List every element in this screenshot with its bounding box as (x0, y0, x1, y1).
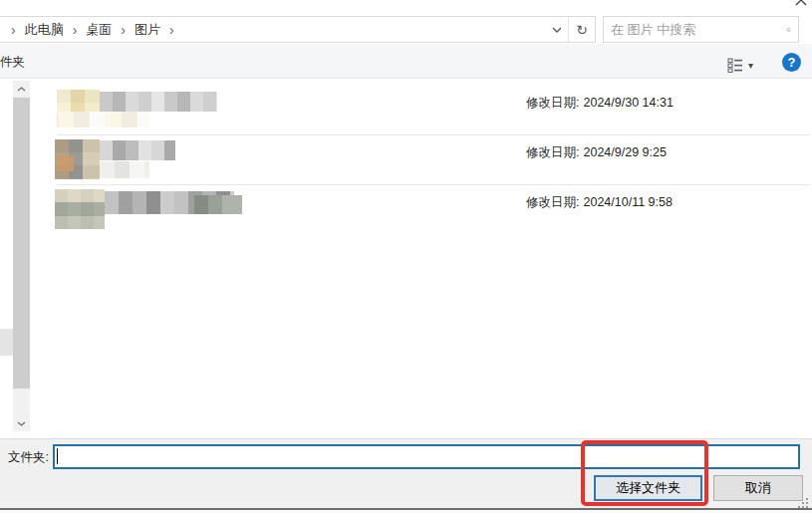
scroll-down-button[interactable] (13, 415, 30, 431)
text-caret (57, 448, 58, 464)
row-divider (57, 134, 810, 135)
view-mode-button[interactable]: ▾ (720, 53, 760, 77)
new-folder-button-partial[interactable]: 件夹 (0, 54, 25, 71)
cancel-button[interactable]: 取消 (713, 475, 803, 501)
question-mark-icon: ? (788, 55, 796, 70)
dialog-toolbar (0, 44, 812, 79)
modified-date: 修改日期:2024/10/11 9:58 (526, 194, 673, 211)
refresh-icon: ↻ (576, 22, 588, 38)
close-icon[interactable] (794, 0, 810, 9)
details-view-icon (727, 58, 743, 73)
search-box[interactable] (603, 16, 799, 43)
chevron-right-icon[interactable]: › (160, 23, 183, 37)
folder-thumbnail-censored[interactable] (55, 189, 105, 229)
search-icon[interactable] (786, 23, 791, 37)
breadcrumb-desktop[interactable]: 桌面 (86, 21, 112, 39)
vertical-scrollbar[interactable] (13, 81, 30, 431)
folder-name-censored (100, 161, 149, 178)
select-folder-button[interactable]: 选择文件夹 (594, 475, 702, 501)
folder-name-censored[interactable] (100, 140, 175, 160)
chevron-down-icon: ▾ (748, 60, 753, 71)
select-folder-dialog: › 此电脑 › 桌面 › 图片 › ↻ 件夹 (0, 0, 812, 513)
scrollbar-thumb[interactable] (13, 98, 30, 388)
folder-name-input[interactable] (53, 444, 800, 469)
chevron-down-icon (17, 421, 26, 426)
search-input[interactable] (611, 22, 786, 37)
folder-thumbnail-censored (57, 155, 74, 171)
address-bar[interactable]: › 此电脑 › 桌面 › 图片 › ↻ (0, 16, 596, 43)
breadcrumb-this-pc[interactable]: 此电脑 (25, 21, 64, 39)
file-list[interactable] (0, 79, 812, 437)
modified-date: 修改日期:2024/9/30 14:31 (526, 95, 674, 112)
chevron-right-icon[interactable]: › (64, 23, 87, 37)
folder-name-censored (58, 112, 149, 128)
nav-pane-fragment (0, 329, 13, 356)
folder-name-censored (194, 195, 242, 214)
folder-name-censored[interactable] (100, 92, 217, 112)
breadcrumb: › 此电脑 › 桌面 › 图片 › (0, 21, 183, 39)
modified-date: 修改日期:2024/9/29 9:25 (526, 144, 667, 161)
chevron-down-icon (552, 27, 562, 33)
scroll-up-button[interactable] (13, 81, 30, 97)
address-dropdown-button[interactable] (546, 17, 568, 42)
chevron-right-icon[interactable]: › (112, 23, 135, 37)
folder-name-label: 文件夹: (8, 449, 49, 466)
row-divider (57, 184, 810, 185)
refresh-button[interactable]: ↻ (569, 17, 595, 42)
chevron-up-icon (17, 87, 26, 92)
breadcrumb-pictures[interactable]: 图片 (135, 21, 160, 39)
chevron-right-icon: › (2, 23, 25, 37)
help-button[interactable]: ? (782, 53, 801, 72)
